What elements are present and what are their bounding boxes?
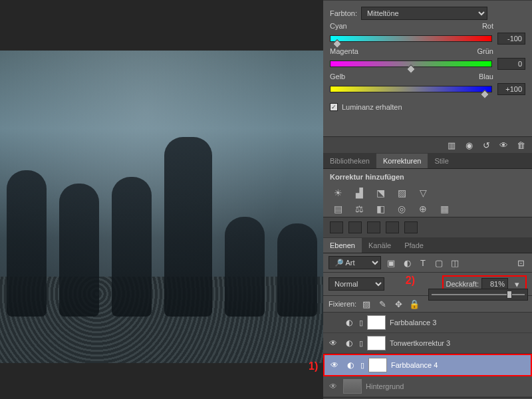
link-icon: ▯ xyxy=(359,319,363,327)
layer-row[interactable]: ◐ ▯ Farbbalance 3 xyxy=(323,313,532,333)
preserve-luminosity-label: Luminanz erhalten xyxy=(342,103,402,111)
lookup-icon[interactable]: ▦ xyxy=(438,203,451,214)
annotation-1: 1) xyxy=(309,360,318,372)
preserve-luminosity-checkbox[interactable]: ✓ xyxy=(330,103,338,111)
slider-label-right: Rot xyxy=(482,22,493,30)
link-icon: ▯ xyxy=(359,339,363,348)
tab-layers[interactable]: Ebenen xyxy=(323,238,362,253)
adjustment-icon: ◐ xyxy=(344,360,356,370)
photo-filter-icon[interactable]: ◎ xyxy=(395,203,408,214)
preset-icon-2[interactable] xyxy=(348,221,362,233)
slider-label-right: Grün xyxy=(477,47,493,55)
lock-all-icon[interactable]: 🔒 xyxy=(408,299,420,309)
layer-row[interactable]: 👁 ◐ ▯ Farbbalance 4 xyxy=(323,354,532,376)
layer-name[interactable]: Tonwertkorrektur 3 xyxy=(390,339,528,347)
color-balance-panel: Farbton: Mitteltöne CyanRot -100 Magenta… xyxy=(323,0,532,153)
adjustments-panel: Bibliotheken Korrekturen Stile Korrektur… xyxy=(323,153,532,237)
layer-name[interactable]: Farbbalance 4 xyxy=(391,361,527,369)
adjustment-icon: ◐ xyxy=(343,318,355,327)
preset-icon-1[interactable] xyxy=(330,221,343,233)
tab-libraries[interactable]: Bibliotheken xyxy=(323,154,376,168)
cyan-red-slider[interactable] xyxy=(330,35,492,42)
filter-smart-icon[interactable]: ◫ xyxy=(449,257,461,268)
channel-mixer-icon[interactable]: ⊕ xyxy=(416,203,430,214)
visibility-toggle[interactable]: 👁 xyxy=(329,360,340,370)
opacity-dropdown-icon[interactable]: ▾ xyxy=(511,279,523,289)
trash-icon[interactable]: 🗑 xyxy=(515,140,527,150)
canvas-area xyxy=(0,0,323,399)
filter-image-icon[interactable]: ▣ xyxy=(385,257,397,268)
right-panels: Farbton: Mitteltöne CyanRot -100 Magenta… xyxy=(323,0,532,399)
layer-filter-dropdown[interactable]: 🔎 Art xyxy=(329,256,381,269)
yellow-blue-slider[interactable] xyxy=(330,86,492,92)
hue-icon[interactable]: ▤ xyxy=(331,203,344,214)
tab-styles[interactable]: Stile xyxy=(428,154,455,168)
tone-label: Farbton: xyxy=(330,9,357,17)
clip-to-layer-icon[interactable]: ▥ xyxy=(446,140,458,150)
blend-mode-dropdown[interactable]: Normal xyxy=(329,277,384,291)
layer-row[interactable]: 👁 ◐ ▯ Tonwertkorrektur 3 xyxy=(323,333,532,354)
levels-icon[interactable]: ▟ xyxy=(352,188,366,198)
document-preview[interactable] xyxy=(0,51,323,363)
view-previous-icon[interactable]: ◉ xyxy=(463,140,475,150)
vibrance-icon[interactable]: ▽ xyxy=(416,188,430,198)
tone-dropdown[interactable]: Mitteltöne xyxy=(361,7,487,20)
filter-adjust-icon[interactable]: ◐ xyxy=(401,257,413,268)
layer-row[interactable]: 👁 Hintergrund xyxy=(323,376,532,397)
tab-paths[interactable]: Pfade xyxy=(398,238,430,253)
yellow-blue-value[interactable]: +100 xyxy=(497,83,525,95)
magenta-green-value[interactable]: 0 xyxy=(497,58,525,70)
exposure-icon[interactable]: ▨ xyxy=(395,188,408,198)
color-balance-icon[interactable]: ⚖ xyxy=(352,203,366,214)
reset-icon[interactable]: ↺ xyxy=(480,140,492,150)
slider-label-left: Magenta xyxy=(330,47,358,55)
visibility-toggle[interactable]: 👁 xyxy=(327,382,339,391)
layer-mask-thumb[interactable] xyxy=(367,315,386,330)
adjustment-icon: ◐ xyxy=(343,338,355,348)
visibility-toggle[interactable]: 👁 xyxy=(327,338,339,348)
tab-channels[interactable]: Kanäle xyxy=(362,238,398,253)
visibility-icon[interactable]: 👁 xyxy=(497,140,509,150)
layers-panel: Ebenen Kanäle Pfade 🔎 Art Art ▣ ◐ T ▢ ◫ … xyxy=(323,237,532,399)
opacity-slider-popup[interactable] xyxy=(428,289,528,301)
add-adjustment-label: Korrektur hinzufügen xyxy=(323,169,532,185)
filter-text-icon[interactable]: T xyxy=(417,257,429,268)
slider-label-left: Gelb xyxy=(330,72,345,80)
layer-mask-thumb[interactable] xyxy=(368,358,387,372)
lock-label: Fixieren: xyxy=(329,300,356,308)
opacity-label: Deckkraft: xyxy=(446,280,479,288)
layer-name[interactable]: Hintergrund xyxy=(366,382,528,390)
magenta-green-slider[interactable] xyxy=(330,61,492,67)
lock-position-icon[interactable]: ✥ xyxy=(392,299,404,309)
bw-icon[interactable]: ◧ xyxy=(374,203,387,214)
preset-icon-5[interactable] xyxy=(404,221,418,233)
preset-icon-3[interactable] xyxy=(367,221,380,233)
lock-transparency-icon[interactable]: ▨ xyxy=(360,299,372,309)
cyan-red-value[interactable]: -100 xyxy=(497,33,525,45)
curves-icon[interactable]: ⬔ xyxy=(374,188,387,198)
filter-shape-icon[interactable]: ▢ xyxy=(433,257,445,268)
link-icon: ▯ xyxy=(360,361,364,370)
layer-name[interactable]: Farbbalance 3 xyxy=(390,319,528,327)
preset-icon-4[interactable] xyxy=(386,221,399,233)
layer-mask-thumb[interactable] xyxy=(367,336,386,350)
layer-thumb[interactable] xyxy=(343,379,362,394)
slider-label-right: Blau xyxy=(479,72,493,80)
brightness-icon[interactable]: ☀ xyxy=(331,188,344,198)
slider-label-left: Cyan xyxy=(330,22,347,30)
filter-toggle-icon[interactable]: ⊡ xyxy=(515,257,527,268)
annotation-2: 2) xyxy=(406,275,415,287)
lock-pixels-icon[interactable]: ✎ xyxy=(376,299,388,309)
tab-corrections[interactable]: Korrekturen xyxy=(376,154,428,168)
